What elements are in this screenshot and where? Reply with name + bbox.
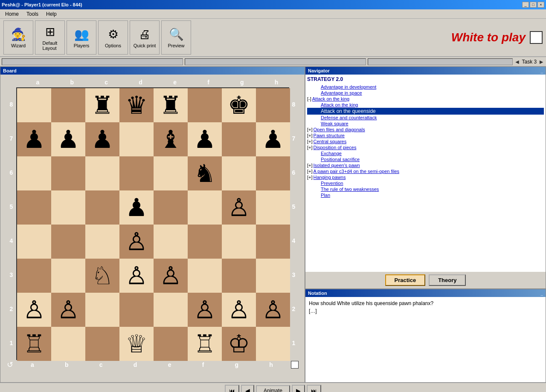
nav-item-0[interactable]: Advantage in development (307, 84, 544, 90)
nav-item-9[interactable]: [+]Central squares (307, 138, 544, 144)
cell-a5[interactable] (17, 190, 51, 225)
minimize-button[interactable]: _ (522, 2, 529, 8)
cell-c8[interactable]: ♜ (85, 88, 119, 122)
scroll-track-3[interactable] (368, 58, 513, 65)
cell-h3[interactable] (256, 259, 290, 293)
nav-item-link[interactable]: Plan (321, 193, 330, 198)
nav-item-link[interactable]: Hanging pawns (314, 175, 346, 180)
rotate-icon[interactable]: ↺ (7, 360, 13, 369)
nav-item-18[interactable]: Plan (307, 192, 544, 198)
cell-g1[interactable]: ♔ (222, 327, 256, 361)
cell-c6[interactable] (85, 156, 119, 190)
scroll-track-1[interactable] (2, 58, 183, 65)
nav-item-13[interactable]: [+]Isolated queen's pawn (307, 162, 544, 168)
nav-item-16[interactable]: Prevention (307, 180, 544, 186)
navigator-tree[interactable]: STRATEGY 2.0 Advantage in developmentAdv… (305, 75, 546, 272)
scroll-track-2[interactable] (185, 58, 366, 65)
cell-g7[interactable] (222, 122, 256, 156)
last-button[interactable]: ⏭ (307, 385, 321, 392)
cell-a2[interactable]: ♙ (17, 293, 51, 327)
players-button[interactable]: 👥 Players (67, 20, 96, 55)
nav-item-link[interactable]: Advantage in space (321, 90, 362, 95)
practice-button[interactable]: Practice (385, 274, 426, 286)
cell-c5[interactable] (85, 190, 119, 225)
nav-item-link[interactable]: Open files and diagonals (314, 127, 365, 132)
cell-b8[interactable] (51, 88, 85, 122)
nav-item-6[interactable]: Weak square (307, 121, 544, 127)
cell-a3[interactable] (17, 259, 51, 293)
cell-e6[interactable] (154, 156, 188, 190)
cell-a7[interactable]: ♟ (17, 122, 51, 156)
cell-g6[interactable] (222, 156, 256, 190)
nav-item-8[interactable]: [+]Pawn structure (307, 133, 544, 138)
notation-minimize-icon[interactable]: _ (540, 291, 543, 296)
cell-d7[interactable] (119, 122, 154, 156)
tree-expand-icon[interactable]: [-] (307, 96, 311, 101)
nav-item-10[interactable]: [+]Disposition of pieces (307, 144, 544, 150)
cell-d1[interactable]: ♕ (119, 327, 154, 361)
nav-item-7[interactable]: [+]Open files and diagonals (307, 127, 544, 133)
cell-e7[interactable]: ♝ (154, 122, 188, 156)
options-button[interactable]: ⚙ Options (98, 20, 128, 55)
nav-item-15[interactable]: [+]Hanging pawns (307, 174, 544, 180)
nav-item-link[interactable]: Exchange (321, 151, 342, 156)
cell-e3[interactable]: ♙ (154, 259, 188, 293)
nav-item-link[interactable]: Disposition of pieces (314, 145, 357, 150)
maximize-button[interactable]: □ (530, 2, 537, 8)
nav-item-4[interactable]: Attack on the queenside (307, 108, 544, 115)
menu-tools[interactable]: Tools (23, 10, 42, 18)
close-button[interactable]: × (537, 2, 544, 8)
nav-item-12[interactable]: Positional sacrifice (307, 156, 544, 162)
cell-b2[interactable]: ♙ (51, 293, 85, 327)
cell-f3[interactable] (188, 259, 222, 293)
nav-item-5[interactable]: Defense and counterattack (307, 115, 544, 121)
nav-item-3[interactable]: Attack on the king (307, 102, 544, 108)
cell-f8[interactable] (188, 88, 222, 122)
cell-g8[interactable]: ♚ (222, 88, 256, 122)
preview-button[interactable]: 🔍 Preview (161, 20, 191, 55)
next-task-arrow[interactable]: ► (538, 58, 544, 65)
cell-c2[interactable] (85, 293, 119, 327)
cell-h2[interactable]: ♙ (256, 293, 290, 327)
nav-item-link[interactable]: Isolated queen's pawn (314, 163, 360, 168)
cell-c3[interactable]: ♘ (85, 259, 119, 293)
cell-d3[interactable]: ♙ (119, 259, 154, 293)
cell-h1[interactable] (256, 327, 290, 361)
nav-item-link[interactable]: Positional sacrifice (321, 157, 360, 162)
cell-e8[interactable]: ♜ (154, 88, 188, 122)
cell-f6[interactable]: ♞ (188, 156, 222, 190)
quick-print-button[interactable]: 🖨 Quick print (130, 20, 160, 55)
first-button[interactable]: ⏮ (225, 385, 239, 392)
animate-button[interactable]: Animate (256, 385, 290, 392)
cell-f7[interactable]: ♟ (188, 122, 222, 156)
default-layout-button[interactable]: ⊞ DefaultLayout (35, 20, 65, 55)
tree-expand-icon[interactable]: [+] (307, 169, 313, 174)
nav-item-link[interactable]: Central squares (314, 139, 347, 144)
cell-e2[interactable] (154, 293, 188, 327)
chess-board[interactable]: ♜♛♜♚♟♟♟♝♟♟♞♟♙♙♘♙♙♙♙♙♙♙♖♕♖♔ (16, 87, 289, 360)
cell-b4[interactable] (51, 225, 85, 259)
tree-expand-icon[interactable]: [+] (307, 175, 313, 180)
menu-home[interactable]: Home (2, 10, 22, 18)
tree-expand-icon[interactable]: [+] (307, 139, 313, 144)
prev-task-arrow[interactable]: ◄ (514, 58, 520, 65)
cell-a1[interactable]: ♖ (17, 327, 51, 361)
cell-c7[interactable]: ♟ (85, 122, 119, 156)
tree-expand-icon[interactable]: [+] (307, 133, 313, 138)
cell-e4[interactable] (154, 225, 188, 259)
tree-expand-icon[interactable]: [+] (307, 145, 313, 150)
cell-g5[interactable]: ♙ (222, 190, 256, 225)
cell-a4[interactable] (17, 225, 51, 259)
cell-h5[interactable] (256, 190, 290, 225)
cell-f5[interactable] (188, 190, 222, 225)
cell-h8[interactable] (256, 88, 290, 122)
nav-item-link[interactable]: The rule of two weaknesses (321, 187, 379, 192)
cell-d5[interactable]: ♟ (119, 190, 154, 225)
tree-expand-icon[interactable]: [+] (307, 163, 313, 168)
nav-item-1[interactable]: Advantage in space (307, 90, 544, 96)
wizard-button[interactable]: 🧙 Wizard (3, 20, 33, 55)
minimize-icon[interactable]: _ (540, 69, 543, 73)
cell-a6[interactable] (17, 156, 51, 190)
theory-button[interactable]: Theory (429, 274, 466, 286)
cell-e1[interactable] (154, 327, 188, 361)
